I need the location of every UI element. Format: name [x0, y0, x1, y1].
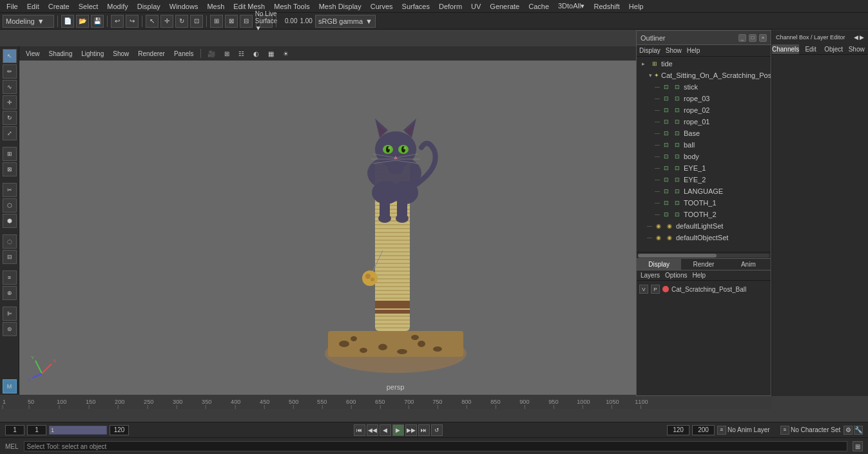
bridge-tool[interactable]: ⊟ [3, 250, 17, 264]
tab-render[interactable]: Render [681, 259, 726, 270]
grid-tool[interactable]: ⊞ [3, 147, 17, 161]
char-set-icon[interactable]: ≡ [780, 426, 789, 435]
go-to-start-btn[interactable]: ⏮ [354, 424, 365, 436]
insert-loop-tool[interactable]: ≡ [3, 270, 17, 285]
menu-edit[interactable]: Edit [23, 1, 43, 12]
timeline-ruler[interactable]: 1 50 100 150 200 250 300 350 400 450 500… [0, 395, 771, 409]
outliner-display-menu[interactable]: Display [639, 47, 661, 54]
minimize-btn[interactable]: _ [738, 34, 746, 42]
tree-item-cat-group[interactable]: ▾ ✦ Cat_Sitting_On_A_Scratching_Post [637, 70, 771, 81]
wireframe-btn[interactable]: ☷ [235, 50, 248, 58]
scale-tool[interactable]: ⤢ [3, 126, 17, 140]
anim-layer-icon[interactable]: ≡ [717, 426, 726, 435]
select-tool-btn[interactable]: ↖ [146, 15, 159, 28]
snap-curve-btn[interactable]: ⊟ [240, 15, 253, 28]
menu-select[interactable]: Select [75, 1, 102, 12]
tree-item-language[interactable]: ⊡ ⊡ LANGUAGE [637, 185, 771, 197]
outliner-scrollbar[interactable] [637, 252, 771, 258]
view-menu[interactable]: View [22, 50, 44, 58]
tab-anim[interactable]: Anim [726, 259, 771, 270]
layers-menu[interactable]: Layers [641, 272, 660, 279]
menu-generate[interactable]: Generate [486, 1, 523, 12]
tree-item-tooth1[interactable]: ⊡ ⊡ TOOTH_1 [637, 197, 771, 209]
gamma-dropdown[interactable]: sRGB gamma ▼ [315, 15, 376, 28]
play-back-btn[interactable]: ◀ [380, 424, 391, 436]
cb-arrow-right[interactable]: ▶ [860, 34, 864, 41]
snap-tool[interactable]: ⊠ [3, 162, 17, 176]
rotate-tool-btn[interactable]: ↻ [175, 15, 188, 28]
panels-menu[interactable]: Panels [170, 50, 198, 58]
mode-dropdown[interactable]: Modeling ▼ [3, 15, 54, 28]
display-toggle[interactable]: ⊞ [220, 50, 233, 58]
menu-cache[interactable]: Cache [525, 1, 553, 12]
tree-item-ball[interactable]: ⊡ ⊡ ball [637, 139, 771, 151]
maya-btn[interactable]: M [3, 379, 17, 393]
camera-btn[interactable]: 🎥 [204, 50, 219, 58]
step-back-btn[interactable]: ◀◀ [367, 424, 378, 436]
menu-mesh[interactable]: Mesh [203, 1, 228, 12]
tab-edit[interactable]: Edit [799, 44, 822, 54]
menu-modify[interactable]: Modify [103, 1, 131, 12]
mirror-tool[interactable]: ⊫ [3, 307, 17, 321]
new-scene-btn[interactable]: 📄 [61, 15, 74, 28]
lighting-menu[interactable]: Lighting [77, 50, 108, 58]
extrude-tool[interactable]: ⬢ [3, 214, 17, 228]
outliner-show-menu[interactable]: Show [666, 47, 682, 54]
menu-file[interactable]: File [3, 1, 22, 12]
tab-channels[interactable]: Channels [772, 44, 799, 54]
tree-item-rope03[interactable]: ⊡ ⊡ rope_03 [637, 93, 771, 104]
tree-item-tooth2[interactable]: ⊡ ⊡ TOOTH_2 [637, 209, 771, 220]
menu-display[interactable]: Display [133, 1, 164, 12]
bevel-tool[interactable]: ⬡ [3, 198, 17, 213]
weld-tool[interactable]: ⊜ [3, 322, 17, 336]
tree-item-eye2[interactable]: ⊡ ⊡ EYE_2 [637, 174, 771, 185]
shading-menu[interactable]: Shading [45, 50, 77, 58]
tree-item-rope01[interactable]: ⊡ ⊡ rope_01 [637, 116, 771, 128]
paint-tool[interactable]: ✏ [3, 64, 17, 79]
go-to-end-btn[interactable]: ⏭ [418, 424, 430, 436]
undo-btn[interactable]: ↩ [111, 15, 124, 28]
tree-item-tide[interactable]: ▸ ⊞ tide [637, 58, 771, 70]
shaded-btn[interactable]: ◐ [249, 50, 263, 58]
menu-create[interactable]: Create [44, 1, 73, 12]
play-forward-btn[interactable]: ▶ [392, 424, 404, 436]
menu-3dtoall[interactable]: 3DtoAll▾ [554, 1, 588, 12]
mel-input[interactable]: Select Tool: select an object [24, 441, 847, 451]
textured-btn[interactable]: ▦ [264, 50, 278, 58]
show-menu[interactable]: Show [109, 50, 133, 58]
current-frame-field[interactable]: 1 [5, 425, 24, 435]
snap-point-btn[interactable]: ⊠ [225, 15, 238, 28]
tree-item-eye1[interactable]: ⊡ ⊡ EYE_1 [637, 162, 771, 174]
step-forward-btn[interactable]: ▶▶ [405, 424, 417, 436]
tree-item-rope02[interactable]: ⊡ ⊡ rope_02 [637, 104, 771, 116]
outliner-help-menu[interactable]: Help [687, 47, 700, 54]
menu-curves[interactable]: Curves [367, 1, 397, 12]
move-tool[interactable]: ✛ [3, 95, 17, 109]
tab-object[interactable]: Object [822, 44, 845, 54]
multi-cut-tool[interactable]: ⊕ [3, 286, 17, 300]
settings-btn[interactable]: ⚙ [844, 426, 853, 435]
tree-item-lightset[interactable]: ◉ ◉ defaultLightSet [637, 220, 771, 232]
close-btn[interactable]: × [759, 34, 767, 42]
script-editor-btn[interactable]: ⊞ [853, 441, 863, 451]
soft-select-btn[interactable]: No Live Surface ▼ [260, 15, 273, 28]
menu-windows[interactable]: Windows [166, 1, 202, 12]
loop-btn[interactable]: ↺ [431, 424, 443, 436]
frame-range-bar[interactable]: 1 [49, 426, 107, 435]
max-frame-field[interactable] [692, 425, 715, 435]
tab-display[interactable]: Display [637, 259, 681, 270]
tree-item-stick[interactable]: ⊡ ⊡ stick [637, 81, 771, 93]
menu-mesh-display[interactable]: Mesh Display [315, 1, 365, 12]
menu-redshift[interactable]: Redshift [590, 1, 623, 12]
select-tool[interactable]: ↖ [3, 49, 17, 63]
menu-uv[interactable]: UV [467, 1, 485, 12]
rotate-tool[interactable]: ↻ [3, 111, 17, 125]
frame-start-field[interactable]: 1 [27, 425, 46, 435]
scale-tool-btn[interactable]: ⊡ [190, 15, 203, 28]
tree-item-base[interactable]: ⊡ ⊡ Base [637, 128, 771, 139]
lighting-toggle[interactable]: ☀ [279, 50, 293, 58]
range-frame-field[interactable] [667, 425, 690, 435]
prefs-btn[interactable]: 🔧 [854, 426, 863, 435]
menu-deform[interactable]: Deform [435, 1, 466, 12]
renderer-menu[interactable]: Renderer [134, 50, 169, 58]
